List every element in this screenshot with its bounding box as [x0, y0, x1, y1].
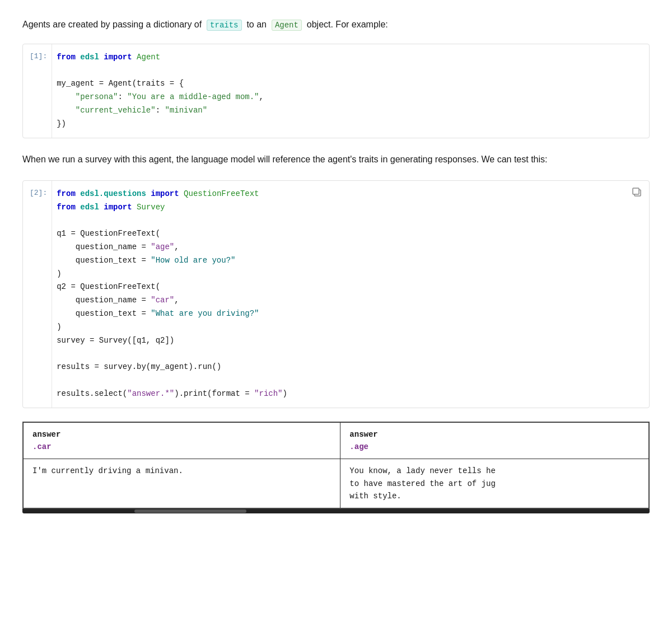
intro-text-after: object. For example:: [307, 20, 388, 29]
output-table: answer .car answer .age I'm currently dr…: [23, 422, 649, 509]
output-table-wrapper: answer .car answer .age I'm currently dr…: [22, 422, 650, 510]
svg-rect-1: [633, 188, 639, 194]
table-header-age: answer .age: [340, 422, 649, 459]
scrollbar-area[interactable]: [22, 509, 650, 513]
intro-text-middle: to an: [246, 20, 267, 29]
cell-1-content: from edsl import Agent my_agent = Agent(…: [52, 44, 649, 138]
cell-1-number: [1]:: [23, 44, 52, 69]
table-row: I'm currently driving a minivan. You kno…: [24, 459, 649, 508]
notebook-cell-1: [1]: from edsl import Agent my_agent = A…: [22, 44, 650, 138]
notebook-cell-2: [2]: from edsl.questions import Question…: [22, 180, 650, 408]
table-header-car: answer .car: [24, 422, 340, 459]
agent-inline-code: Agent: [272, 20, 302, 31]
cell-2-code: from edsl.questions import QuestionFreeT…: [57, 188, 642, 401]
copy-icon[interactable]: [631, 186, 643, 199]
cell-2-number: [2]:: [23, 181, 52, 206]
traits-inline-code: traits: [207, 20, 241, 31]
intro-text-before: Agents are created by passing a dictiona…: [22, 20, 202, 29]
table-cell-age: You know, a lady never tells heto have m…: [340, 459, 649, 508]
scrollbar-thumb[interactable]: [134, 510, 246, 513]
table-cell-car: I'm currently driving a minivan.: [24, 459, 340, 508]
description-paragraph: When we run a survey with this agent, th…: [22, 152, 650, 167]
cell-2-content: from edsl.questions import QuestionFreeT…: [52, 181, 649, 408]
cell-1-code: from edsl import Agent my_agent = Agent(…: [57, 51, 642, 131]
intro-paragraph: Agents are created by passing a dictiona…: [22, 17, 650, 32]
